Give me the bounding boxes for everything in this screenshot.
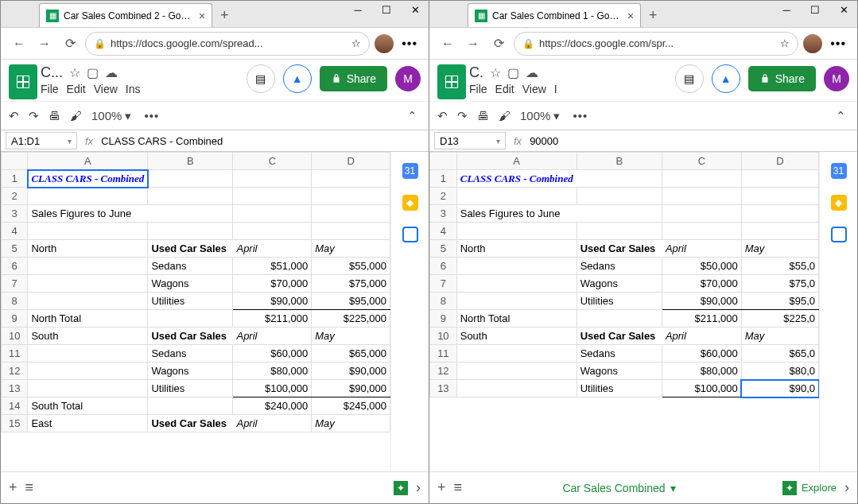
cell[interactable]: Utilities [577,380,662,397]
menu-view[interactable]: View [94,83,118,95]
cell[interactable]: $90,000 [233,293,312,310]
paint-format-button[interactable]: 🖌 [499,109,511,122]
cell[interactable]: $75,000 [312,275,390,293]
undo-button[interactable]: ↶ [9,109,19,123]
zoom-select[interactable]: 100% ▾ [520,109,560,123]
cloud-icon[interactable]: ☁ [105,65,118,80]
cell[interactable]: Sales Figures to June [28,205,148,223]
cell[interactable]: Sedans [148,258,233,275]
cell[interactable]: Used Car Sales [577,328,662,345]
doc-title[interactable]: C. [469,64,483,81]
cell[interactable] [148,223,233,240]
cell[interactable]: $225,000 [312,310,390,328]
cell[interactable]: $225,0 [741,310,818,328]
cell[interactable] [577,188,662,205]
col-header[interactable]: B [148,153,233,170]
cell[interactable]: Sales Figures to June [456,205,577,223]
sheets-logo-icon[interactable] [9,64,37,99]
collapse-toolbar-button[interactable]: ⌃ [836,109,849,123]
nav-forward-button[interactable]: → [463,33,483,54]
paint-format-button[interactable]: 🖌 [70,109,82,122]
cell[interactable]: Utilities [148,293,233,310]
cell[interactable]: $95,0 [741,293,818,310]
undo-button[interactable]: ↶ [437,109,448,123]
cell[interactable]: $90,000 [662,293,741,310]
cell[interactable] [456,223,577,240]
cell[interactable] [577,223,662,240]
cell[interactable] [148,170,233,188]
browser-menu-button[interactable]: ••• [398,37,421,51]
cell[interactable]: Sedans [577,258,662,275]
cell[interactable] [233,188,312,205]
cell[interactable]: Sedans [148,345,233,362]
toolbar-more-button[interactable]: ••• [141,109,162,122]
menu-file[interactable]: File [41,83,59,95]
cell[interactable]: $65,0 [741,345,818,362]
browser-tab[interactable]: ▦ Car Sales Combined 1 - Google S × [468,3,641,27]
cell[interactable]: $51,000 [233,258,312,275]
cell[interactable]: $55,0 [741,258,818,275]
cell[interactable] [28,258,148,275]
cell[interactable] [456,380,577,397]
print-button[interactable]: 🖶 [49,109,60,122]
cell[interactable]: $90,000 [312,362,390,380]
cell[interactable]: $100,000 [233,380,312,397]
comments-button[interactable]: ▤ [247,64,275,93]
menu-edit[interactable]: Edit [67,83,86,95]
doc-title[interactable]: C... [41,64,63,81]
comments-button[interactable]: ▤ [675,64,704,93]
cell[interactable]: Used Car Sales [148,240,233,258]
cell[interactable] [456,345,577,362]
row-header[interactable]: 13 [2,380,28,397]
cell[interactable]: April [233,415,312,432]
cell[interactable]: $80,0 [741,362,818,380]
toolbar-more-button[interactable]: ••• [569,109,591,122]
menu-edit[interactable]: Edit [495,83,514,95]
cell[interactable]: Sedans [577,345,662,362]
cell[interactable]: April [662,240,741,258]
cell[interactable] [148,397,233,415]
cell[interactable] [28,275,148,293]
cell[interactable] [741,188,818,205]
cell[interactable] [28,188,148,205]
menu-insert[interactable]: I [554,83,557,95]
cell[interactable]: $60,000 [662,345,741,362]
all-sheets-button[interactable]: ≡ [454,479,463,496]
row-header[interactable]: 7 [2,275,28,293]
cell[interactable] [28,345,148,362]
row-header[interactable]: 11 [430,345,457,362]
row-header[interactable]: 6 [430,258,457,275]
nav-forward-button[interactable]: → [34,33,55,54]
menu-insert[interactable]: Ins [126,83,141,95]
cell[interactable] [456,275,577,293]
window-maximize-button[interactable]: ☐ [802,1,829,18]
cell[interactable]: May [312,328,390,345]
profile-avatar[interactable] [375,34,394,53]
cell[interactable]: April [233,240,312,258]
expand-sidepanel-button[interactable]: › [844,479,849,496]
col-header[interactable]: B [577,153,662,170]
cell[interactable]: $245,000 [312,397,390,415]
name-box[interactable]: A1:D1▾ [6,132,77,149]
cell[interactable]: South [28,328,148,345]
cell[interactable]: $55,000 [312,258,390,275]
cell[interactable] [148,310,233,328]
cell[interactable]: April [662,328,741,345]
row-header[interactable]: 1 [2,170,28,188]
move-icon[interactable]: ▢ [87,65,99,80]
all-sheets-button[interactable]: ≡ [25,479,34,496]
browser-menu-button[interactable]: ••• [827,37,849,51]
cell[interactable]: Wagons [577,275,662,293]
cell[interactable] [28,223,148,240]
explore-icon[interactable]: ✦ [394,481,408,495]
sheet-tab[interactable]: Car Sales Combined ▾ [554,477,683,499]
cell[interactable]: CLASS CARS - Combined [28,170,148,188]
cell[interactable] [662,223,741,240]
redo-button[interactable]: ↷ [29,109,39,123]
cell[interactable]: April [233,328,312,345]
move-icon[interactable]: ▢ [507,65,519,80]
cell[interactable]: $90,000 [312,380,390,397]
cell[interactable] [312,188,390,205]
cell[interactable]: $60,000 [233,345,312,362]
account-button[interactable]: M [395,66,421,91]
